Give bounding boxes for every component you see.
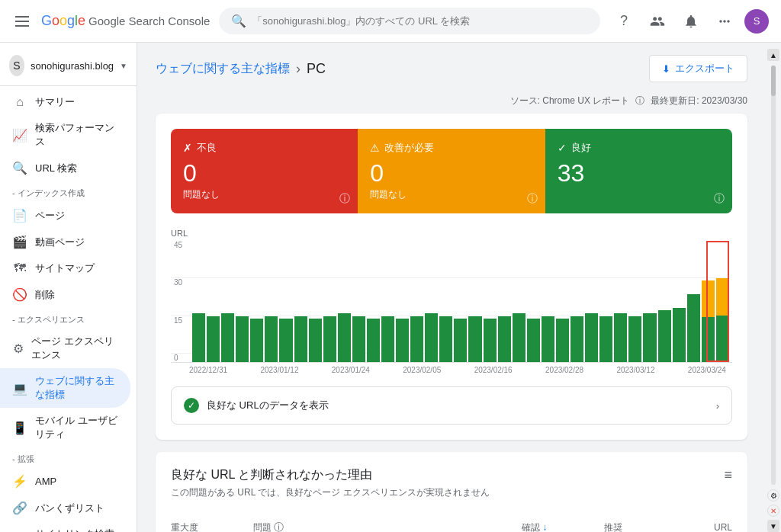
sidebar-item-delete[interactable]: 🚫 削除 <box>0 281 130 308</box>
good-url-button[interactable]: ✓ 良好な URLのデータを表示 › <box>171 386 732 425</box>
gear-icon: ⚙ <box>12 341 24 356</box>
chart-area: 45 30 15 0 <box>171 241 732 363</box>
main-layout: S sonohigurashi.blog ▼ ⌂ サマリー 📈 検索パフォーマン… <box>0 43 781 532</box>
sidebar-label-breadcrumb: パンくずリスト <box>35 502 104 515</box>
bar-segment <box>367 319 380 362</box>
chart-bar <box>599 241 612 362</box>
hamburger-menu[interactable] <box>12 13 32 30</box>
breadcrumb-parent[interactable]: ウェブに関する主な指標 <box>156 61 290 77</box>
col-header-confirm: 確認 ↓ <box>522 521 598 533</box>
bar-segment <box>570 316 583 362</box>
settings-floating-btn[interactable]: ⚙ <box>767 489 779 502</box>
bar-segment <box>484 319 497 362</box>
content-area: ウェブに関する主な指標 › PC ⬇ エクスポート ソース: Chrome UX… <box>137 43 766 532</box>
cards-area: ソース: Chrome UX レポート ⓘ 最終更新日: 2023/03/30 … <box>137 88 766 532</box>
avatar[interactable]: S <box>744 9 769 34</box>
site-selector[interactable]: S sonohigurashi.blog ▼ <box>0 49 137 82</box>
chart-bar <box>207 241 220 362</box>
site-name: sonohigurashi.blog <box>31 60 114 72</box>
chart-bar <box>658 241 671 362</box>
bad-header: ✗ 不良 <box>183 141 346 155</box>
col-header-issue: 問題 ⓘ <box>253 521 516 532</box>
help-button[interactable]: ? <box>610 8 638 35</box>
sidebar-label-url-check: URL 検索 <box>35 162 77 175</box>
bad-sublabel: 問題なし <box>183 188 346 201</box>
chart-bar <box>367 241 380 362</box>
chart-bar <box>381 241 394 362</box>
notifications-button[interactable] <box>677 8 705 35</box>
dropdown-arrow-icon: ▼ <box>120 62 127 70</box>
bar-segment <box>643 313 656 362</box>
bar-segment <box>410 316 423 362</box>
bar-segment <box>192 313 205 362</box>
sidebar-item-video-pages[interactable]: 🎬 動画ページ <box>0 229 130 255</box>
users-button[interactable] <box>644 8 671 35</box>
sidebar-item-sitelinks[interactable]: 🔍 サイトリンク検索ボックス <box>0 521 130 532</box>
good-label: 良好 <box>571 141 591 155</box>
bar-segment <box>207 316 220 362</box>
good-value: 33 <box>558 161 720 185</box>
chart-bar <box>513 241 525 362</box>
chart-bar <box>628 241 641 362</box>
breadcrumb-separator: › <box>296 61 301 77</box>
chart-bar <box>702 241 715 362</box>
scroll-down-btn[interactable]: ▼ <box>767 520 779 532</box>
sidebar-item-breadcrumb[interactable]: 🔗 パンくずリスト <box>0 495 130 521</box>
chart-bar <box>294 241 307 362</box>
chart-bar <box>265 241 278 362</box>
search-input[interactable] <box>252 15 588 27</box>
sidebar-item-pages[interactable]: 📄 ページ <box>0 202 130 229</box>
sidebar-item-search-performance[interactable]: 📈 検索パフォーマンス <box>0 115 130 155</box>
chart-bar <box>396 241 409 362</box>
good-header: ✓ 良好 <box>558 141 720 155</box>
sidebar-item-mobile-usability[interactable]: 📱 モバイル ユーザビリティ <box>0 408 130 447</box>
chart-bar <box>425 241 438 362</box>
needs-work-info-icon[interactable]: ⓘ <box>527 192 538 206</box>
sidebar-item-summary[interactable]: ⌂ サマリー <box>0 89 130 115</box>
issue-info-icon[interactable]: ⓘ <box>274 521 284 532</box>
needs-work-value: 0 <box>370 161 532 185</box>
bar-segment <box>236 316 249 362</box>
bar-segment <box>556 319 569 362</box>
apps-button[interactable] <box>711 8 738 35</box>
export-button[interactable]: ⬇ エクスポート <box>649 55 747 82</box>
sidebar-item-page-experience[interactable]: ⚙ ページ エクスペリエンス <box>0 328 130 368</box>
chart-bar <box>279 241 292 362</box>
good-info-icon[interactable]: ⓘ <box>714 192 725 206</box>
bar-segment <box>294 316 307 362</box>
chart-bar <box>352 241 365 362</box>
bar-segment <box>425 313 438 362</box>
video-icon: 🎬 <box>12 235 27 249</box>
close-floating-btn[interactable]: ✕ <box>767 505 779 517</box>
warning-icon: ⚠ <box>370 142 380 154</box>
needs-work-header: ⚠ 改善が必要 <box>370 141 532 155</box>
source-info-icon[interactable]: ⓘ <box>635 95 644 107</box>
content-header: ウェブに関する主な指標 › PC ⬇ エクスポート <box>137 43 766 88</box>
second-card-title: 良好な URL と判断されなかった理由 <box>171 467 490 483</box>
filter-icon[interactable]: ≡ <box>724 467 732 483</box>
chart-bar <box>236 241 249 362</box>
chart-container: URL 45 30 15 0 2022/1 <box>171 229 732 374</box>
sidebar-item-sitemap[interactable]: 🗺 サイトマップ <box>0 255 130 281</box>
sidebar-item-amp[interactable]: ⚡ AMP <box>0 468 130 495</box>
bar-segment <box>439 316 452 362</box>
sidebar-label-mobile-usability: モバイル ユーザビリティ <box>35 414 118 441</box>
sort-icon[interactable]: ↓ <box>542 522 547 533</box>
chart-bar <box>439 241 452 362</box>
page-icon: 📄 <box>12 208 27 223</box>
bar-segment <box>352 316 365 362</box>
scroll-up-btn[interactable]: ▲ <box>767 49 779 61</box>
main-card: ✗ 不良 0 問題なし ⓘ ⚠ 改善が必要 0 問題なし <box>156 114 747 440</box>
chart-bar <box>309 241 322 362</box>
scrollbar-thumb[interactable] <box>771 66 776 96</box>
section-label-index: - インデックス作成 <box>0 181 137 202</box>
search-bar[interactable]: 🔍 <box>219 8 600 34</box>
bad-info-icon[interactable]: ⓘ <box>339 192 350 206</box>
second-card-title-group: 良好な URL と判断されなかった理由 この問題がある URL では、良好なペー… <box>171 467 490 511</box>
chart-bar <box>323 241 336 362</box>
sidebar-item-web-vitals[interactable]: 💻 ウェブに関する主な指標 <box>0 368 130 408</box>
sidebar-item-url-check[interactable]: 🔍 URL 検索 <box>0 155 130 181</box>
sidebar-label-sitelinks: サイトリンク検索ボックス <box>35 527 118 532</box>
bar-segment <box>614 313 627 362</box>
chart-bar <box>614 241 627 362</box>
